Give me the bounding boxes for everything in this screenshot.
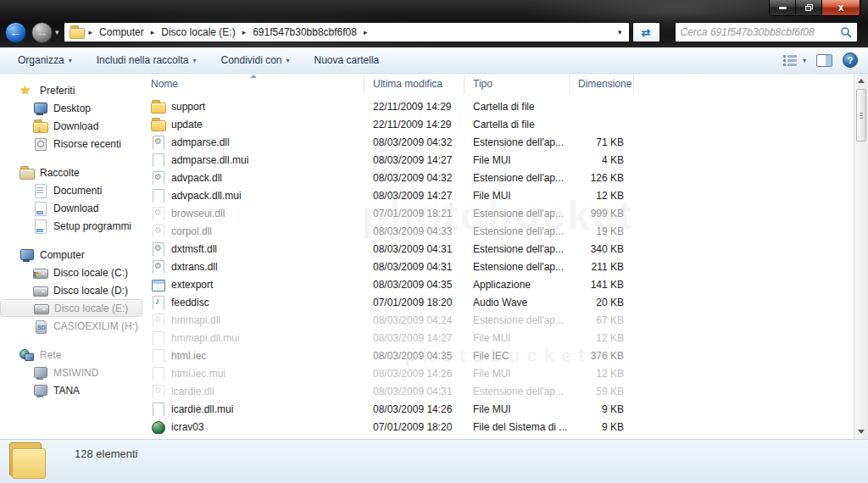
toolbar-button-organizza[interactable]: Organizza▾ [9,50,81,70]
vertical-scrollbar[interactable] [854,74,868,439]
table-row[interactable]: admparse.dll.mui08/03/2009 14:27File MUI… [142,151,854,169]
column-header-tipo[interactable]: Tipo [465,74,570,94]
file-name: admparse.dll [171,136,230,148]
file-name: feeddisc [171,297,209,308]
table-row[interactable]: ⚙corpol.dll08/03/2009 04:33Estensione de… [142,222,854,240]
breadcrumb-separator-icon: ▸ [87,28,95,36]
search-input[interactable] [681,26,840,38]
table-row[interactable]: ⚙admparse.dll08/03/2009 04:32Estensione … [142,133,854,151]
table-row[interactable]: ⚙dxtmsft.dll08/03/2009 04:31Estensione d… [142,240,854,258]
sidebar-item-documenti[interactable]: Documenti [0,181,142,199]
sidebar-section-rete[interactable]: Rete [0,346,142,364]
file-size-cell: 20 KB [570,297,634,308]
table-row[interactable]: ⚙advpack.dll08/03/2009 04:32Estensione d… [142,169,854,186]
back-button[interactable]: ← [5,22,26,43]
file-name: dxtrans.dll [171,261,218,273]
recent-icon [33,137,47,151]
page-icon [151,349,165,363]
file-name-cell: ⚙advpack.dll [142,171,364,185]
table-row[interactable]: ♪feeddisc07/01/2009 18:20Audio Wave20 KB [142,293,854,311]
refresh-button[interactable]: ⇄ [632,22,660,42]
file-size-cell: 12 KB [570,332,634,344]
address-dropdown-icon[interactable]: ▾ [613,28,627,36]
sidebar-item-download[interactable]: ↓Download [0,117,142,135]
file-name-cell: ⚙hmmapi.dll [142,314,364,327]
sidebar-item-disco-locale-c-[interactable]: Disco locale (C:) [0,264,142,281]
toolbar-button-nuova-cartella[interactable]: Nuova cartella [306,50,388,70]
sidebar-section: ReteMSIWINDTANA [0,346,142,399]
toolbar-button-condividi-con[interactable]: Condividi con▾ [212,50,298,70]
sidebar-section-label: Rete [40,349,61,361]
sidebar-item-tana[interactable]: TANA [0,381,142,399]
file-modified-cell: 08/03/2009 04:31 [364,386,465,397]
file-name-cell: ⚙dxtmsft.dll [142,242,364,256]
file-type-cell: Cartella di file [465,119,570,130]
change-view-button[interactable]: ▾ [783,55,806,66]
column-header-ultima-modifica[interactable]: Ultima modifica [364,74,465,94]
minimize-button[interactable] [770,0,796,15]
close-button[interactable]: x [822,0,860,15]
file-type-cell: Estensione dell'ap... [465,386,570,397]
breadcrumb-item[interactable]: 691f547b30bb8cbf6f08 [248,24,362,41]
sort-ascending-icon [250,75,257,78]
sidebar-item-disco-locale-d-[interactable]: Disco locale (D:) [0,281,142,299]
sidebar-item-risorse-recenti[interactable]: Risorse recenti [0,135,142,153]
table-row[interactable]: icardie.dll.mui08/03/2009 14:26File MUI9… [142,400,854,418]
table-row[interactable]: advpack.dll.mui08/03/2009 14:27File MUI1… [142,186,854,204]
sidebar-section-raccolte[interactable]: Raccolte [0,164,142,181]
table-row[interactable]: icrav0307/01/2009 18:20File del Sistema … [142,418,854,436]
table-row[interactable]: html.iec.mui08/03/2009 14:26File MUI12 K… [142,364,854,382]
file-name: hmmapi.dll [171,314,220,326]
forward-button[interactable]: → [31,22,53,43]
file-list-pane: NomeUltima modificaTipoDimensione suppor… [142,74,854,439]
table-row[interactable]: ⚙browseui.dll07/01/2009 18:21Estensione … [142,204,854,222]
help-button[interactable]: ? [843,53,858,68]
file-name-cell: hmmapi.dll.mui [142,331,364,345]
table-row[interactable]: html.iec08/03/2009 04:35File IEC376 KB [142,347,854,364]
address-bar[interactable]: ▸Computer▸Disco locale (E:)▸691f547b30bb… [64,22,630,42]
recent-pages-dropdown[interactable]: ▾ [55,28,59,36]
file-name: html.iec.mui [171,368,225,380]
sidebar-section-preferiti[interactable]: ★Preferiti [0,81,142,99]
file-modified-cell: 08/03/2009 14:27 [364,154,465,166]
library-icon [33,202,47,215]
restore-button[interactable] [796,0,822,15]
file-name: advpack.dll.mui [171,190,242,202]
scrollbar-thumb[interactable] [856,89,866,142]
sidebar-section-label: Preferiti [40,85,75,97]
table-row[interactable]: support22/11/2009 14:29Cartella di file [142,97,854,115]
sidebar-item-desktop[interactable]: Desktop [0,99,142,117]
file-size-cell: 59 KB [570,386,634,397]
sidebar-item-msiwind[interactable]: MSIWIND [0,364,142,381]
sidebar-section-computer[interactable]: Computer [0,246,142,264]
column-header-label: Ultima modifica [373,78,442,90]
breadcrumb-item[interactable]: Disco locale (E:) [156,24,240,41]
title-bar: x ← → ▾ ▸Computer▸Disco locale (E:)▸691f… [0,0,868,47]
table-row[interactable]: update22/11/2009 14:29Cartella di file [142,115,854,133]
table-row[interactable]: ⚙icardie.dll08/03/2009 04:31Estensione d… [142,382,854,400]
sidebar-item-disco-locale-e-[interactable]: Disco locale (E:) [0,299,142,317]
file-type-cell: File IEC [465,350,570,362]
toolbar-button-includi-nella-raccolta[interactable]: Includi nella raccolta▾ [88,50,205,70]
file-size-cell: 12 KB [570,368,634,380]
file-type-cell: Estensione dell'ap... [465,243,570,255]
preview-pane-button[interactable] [816,54,832,67]
file-name-cell: ⚙browseui.dll [142,207,364,220]
breadcrumb-item[interactable]: Computer [94,24,149,41]
scroll-down-button[interactable] [854,425,868,439]
sidebar-item-download[interactable]: Download [0,199,142,217]
column-header-dimensione[interactable]: Dimensione [570,74,634,94]
sidebar-item-setup-programmi[interactable]: Setup programmi [0,217,142,235]
table-row[interactable]: hmmapi.dll.mui08/03/2009 14:27File MUI12… [142,329,854,347]
table-row[interactable]: extexport08/03/2009 04:35Applicazione141… [142,275,854,293]
search-box[interactable] [675,22,858,42]
table-row[interactable]: ⚙dxtrans.dll08/03/2009 04:31Estensione d… [142,258,854,275]
document-icon [33,184,47,197]
column-header-nome[interactable]: Nome [142,74,364,94]
table-row[interactable]: ⚙hmmapi.dll08/03/2009 04:24Estensione de… [142,311,854,329]
file-type-cell: File MUI [465,332,570,344]
scroll-up-button[interactable] [854,74,868,88]
network-pc-icon [33,384,47,397]
sidebar-item-casioexilim-h-[interactable]: SDCASIOEXILIM (H:) [0,317,142,335]
file-name: support [171,101,205,113]
